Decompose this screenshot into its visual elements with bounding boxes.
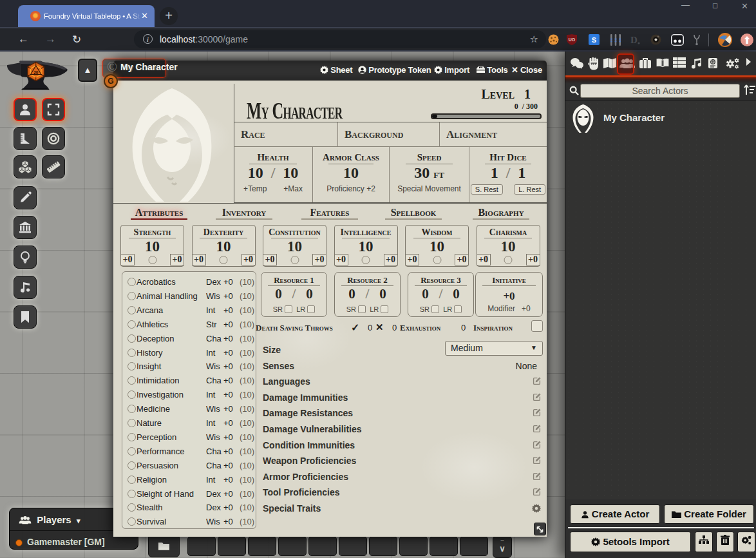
svg-text:D: D [630,35,638,45]
svg-text:UO: UO [569,37,576,42]
svg-text:S: S [592,36,596,44]
svg-text:20: 20 [33,70,39,75]
